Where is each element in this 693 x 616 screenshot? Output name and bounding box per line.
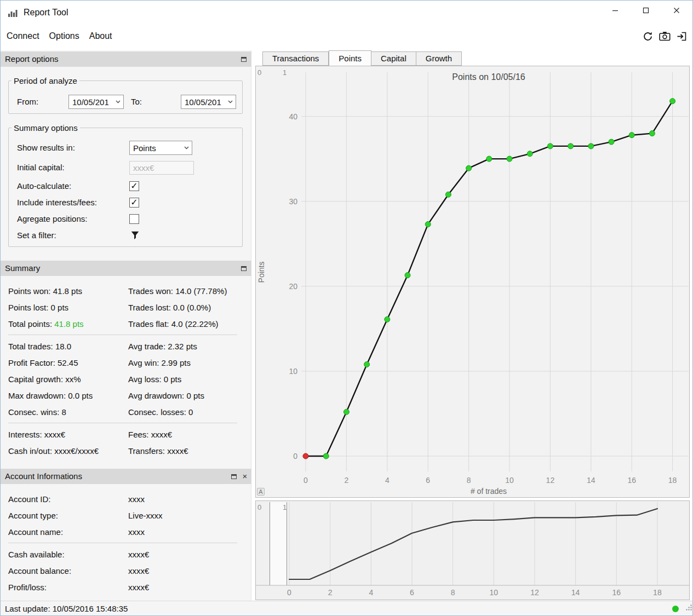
from-date-select[interactable]: 10/05/201 bbox=[68, 95, 124, 109]
tab-bar: Transactions Points Capital Growth bbox=[255, 50, 462, 66]
summary-row: Capital growth: xx% Avg loss: 0 pts bbox=[8, 371, 245, 387]
tab-transactions[interactable]: Transactions bbox=[262, 51, 329, 66]
refresh-button[interactable] bbox=[642, 30, 654, 42]
tab-label: Capital bbox=[381, 54, 406, 63]
app-icon bbox=[8, 8, 18, 18]
show-results-select[interactable]: Points bbox=[129, 141, 192, 155]
account-label: Cash available: bbox=[8, 550, 128, 559]
svg-text:6: 6 bbox=[426, 476, 430, 485]
svg-text:# of trades: # of trades bbox=[471, 487, 507, 496]
last-update-text: Last update: 10/05/2016 15:48:35 bbox=[5, 604, 128, 613]
filter-button[interactable] bbox=[129, 230, 140, 241]
bar-chart-icon bbox=[8, 8, 18, 18]
to-date-select[interactable]: 10/05/201 bbox=[181, 95, 236, 109]
summary-row: Interests: xxxx€ Fees: xxxx€ bbox=[8, 426, 245, 442]
svg-text:8: 8 bbox=[467, 476, 471, 485]
auto-calculate-checkbox[interactable]: ✓ bbox=[129, 181, 139, 191]
total-points-value: 41.8 pts bbox=[54, 319, 83, 329]
svg-text:0: 0 bbox=[287, 588, 291, 597]
from-label: From: bbox=[17, 95, 38, 109]
dock-close-button[interactable]: × bbox=[240, 471, 249, 481]
close-button[interactable] bbox=[661, 1, 692, 19]
app-window: Report Tool Connect Options About bbox=[0, 0, 693, 616]
svg-text:Points on 10/05/16: Points on 10/05/16 bbox=[452, 72, 525, 82]
svg-text:12: 12 bbox=[546, 476, 555, 485]
overview-chart[interactable]: 024681012141618 0 1 bbox=[255, 500, 690, 600]
to-date-value: 10/05/201 bbox=[185, 97, 221, 107]
float-icon bbox=[241, 57, 247, 62]
auto-calculate-label: Auto-calculate: bbox=[17, 179, 71, 193]
show-results-label: Show results in: bbox=[17, 141, 75, 155]
svg-text:2: 2 bbox=[328, 588, 333, 597]
period-legend: Period of analyze bbox=[12, 77, 79, 85]
account-label: Profit/loss: bbox=[8, 583, 128, 592]
titlebar[interactable]: Report Tool bbox=[1, 1, 692, 25]
summary-row: Consec. wins: 8 Consec. losses: 0 bbox=[8, 404, 245, 420]
account-value: xxxx€ bbox=[128, 550, 245, 559]
dock-title-label: Report options bbox=[5, 54, 59, 64]
summary-cell: Cash in/out: xxxx€/xxxx€ bbox=[8, 446, 128, 456]
to-label: To: bbox=[131, 95, 142, 109]
summary-cell: Total points: 41.8 pts bbox=[8, 319, 128, 329]
minimize-button[interactable] bbox=[600, 1, 631, 19]
tab-label: Transactions bbox=[272, 54, 319, 63]
svg-text:16: 16 bbox=[612, 588, 621, 597]
tab-label: Points bbox=[339, 54, 362, 63]
account-label: Account name: bbox=[8, 527, 128, 537]
summary-cell: Avg trade: 2.32 pts bbox=[128, 342, 245, 351]
auto-range-button[interactable]: A bbox=[257, 488, 265, 496]
include-fees-checkbox[interactable]: ✓ bbox=[129, 198, 139, 208]
svg-text:4: 4 bbox=[385, 476, 390, 485]
summary-cell: Interests: xxxx€ bbox=[8, 430, 128, 439]
float-button[interactable] bbox=[230, 472, 238, 481]
points-chart[interactable]: 024681012141618010203040Points on 10/05/… bbox=[255, 66, 690, 498]
summary-cell: Profit Factor: 52.45 bbox=[8, 358, 128, 367]
tab-points[interactable]: Points bbox=[329, 50, 371, 66]
float-button[interactable] bbox=[239, 264, 248, 273]
summary-cell: Trades flat: 4.0 (22.22%) bbox=[128, 319, 245, 329]
chevron-down-icon bbox=[116, 100, 121, 103]
summary-dock-title[interactable]: Summary bbox=[1, 261, 251, 276]
account-dock-title[interactable]: Account Informations × bbox=[1, 469, 251, 484]
summary-cell: Consec. wins: 8 bbox=[8, 407, 128, 417]
summary-cell: Capital growth: xx% bbox=[8, 375, 128, 384]
account-content: Account ID: xxxx Account type: Live-xxxx… bbox=[8, 484, 245, 595]
account-value: xxxx bbox=[128, 494, 245, 504]
maximize-icon bbox=[643, 7, 649, 14]
menu-item-options[interactable]: Options bbox=[44, 27, 84, 45]
menu-item-about[interactable]: About bbox=[84, 27, 117, 45]
tab-growth[interactable]: Growth bbox=[416, 51, 462, 66]
svg-text:40: 40 bbox=[289, 112, 297, 121]
svg-text:0: 0 bbox=[293, 452, 297, 460]
export-icon bbox=[677, 31, 687, 42]
aggregate-positions-label: Agregate positions: bbox=[17, 212, 87, 226]
export-button[interactable] bbox=[675, 30, 688, 42]
tab-label: Growth bbox=[426, 54, 452, 63]
summary-cell: Points lost: 0 pts bbox=[8, 303, 128, 312]
float-button[interactable] bbox=[239, 55, 248, 64]
report-options-dock-title[interactable]: Report options bbox=[1, 51, 251, 67]
summary-options-legend: Summary options bbox=[12, 124, 80, 132]
resize-grip[interactable] bbox=[685, 601, 692, 615]
minimize-icon bbox=[612, 7, 618, 14]
resize-grip-icon bbox=[685, 603, 692, 611]
float-icon bbox=[241, 266, 247, 271]
screenshot-button[interactable] bbox=[658, 30, 671, 42]
initial-capital-label: Initial capital: bbox=[17, 160, 65, 175]
svg-text:Points: Points bbox=[257, 262, 266, 283]
left-dock-area: Report options Period of analyze From: 1… bbox=[1, 50, 251, 601]
maximize-button[interactable] bbox=[631, 1, 661, 19]
svg-text:18: 18 bbox=[653, 588, 662, 597]
account-value: xxxx€ bbox=[128, 583, 245, 592]
account-value: xxxx bbox=[128, 527, 245, 537]
divider bbox=[8, 543, 237, 543]
account-row: Account ID: xxxx bbox=[8, 491, 245, 507]
tab-capital[interactable]: Capital bbox=[371, 51, 416, 66]
corner-tick: 0 bbox=[257, 503, 261, 511]
summary-row: Total points: 41.8 pts Trades flat: 4.0 … bbox=[8, 315, 245, 332]
summary-cell: Consec. losses: 0 bbox=[128, 407, 245, 417]
window-controls bbox=[600, 1, 692, 19]
aggregate-positions-checkbox[interactable] bbox=[129, 214, 139, 224]
float-icon bbox=[231, 474, 237, 479]
menu-item-connect[interactable]: Connect bbox=[2, 27, 44, 45]
